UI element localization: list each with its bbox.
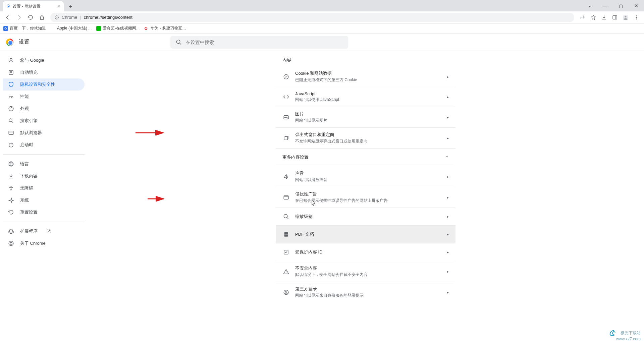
- svg-point-21: [9, 119, 12, 122]
- svg-text:i: i: [56, 16, 57, 19]
- sidebar-item-about[interactable]: 关于 Chrome: [3, 237, 85, 249]
- sidebar-item-you-google[interactable]: 您与 Google: [3, 54, 85, 66]
- back-button[interactable]: [3, 12, 13, 22]
- svg-point-19: [11, 107, 12, 108]
- chevron-right-icon: ▸: [447, 136, 449, 140]
- svg-point-6: [625, 16, 627, 17]
- minimize-button[interactable]: —: [598, 1, 613, 11]
- protected-icon: [282, 249, 290, 255]
- svg-point-30: [11, 186, 12, 187]
- svg-line-11: [179, 43, 181, 45]
- close-window-button[interactable]: ✕: [629, 1, 644, 11]
- sidebar-item-language[interactable]: 语言: [3, 158, 85, 170]
- login-icon: [282, 289, 290, 295]
- sidebar-item-appearance[interactable]: 外观: [3, 103, 85, 115]
- row-cookies[interactable]: Cookie 和网站数据已阻止无痕模式下的第三方 Cookie ▸: [276, 66, 455, 87]
- row-sound[interactable]: 声音网站可以播放声音 ▸: [276, 166, 455, 187]
- row-zoom[interactable]: 缩放级别 ▸: [276, 208, 455, 225]
- sidebar-item-accessibility[interactable]: 无障碍: [3, 182, 85, 194]
- svg-point-34: [285, 75, 286, 76]
- row-insecure[interactable]: 不安全内容默认情况下，安全网站会拦截不安全内容 ▸: [276, 261, 455, 282]
- home-button[interactable]: [37, 12, 47, 22]
- sidebar-item-downloads[interactable]: 下载内容: [3, 170, 85, 182]
- settings-search[interactable]: [170, 36, 348, 49]
- chrome-logo-icon: [6, 39, 13, 46]
- row-more-settings[interactable]: 更多内容设置 ⌃: [276, 149, 455, 166]
- row-protected[interactable]: 受保护内容 ID ▸: [276, 243, 455, 261]
- settings-title: 设置: [19, 39, 30, 46]
- svg-point-8: [636, 17, 637, 18]
- row-thirdparty-login[interactable]: 第三方登录网站可以显示来自身份服务的登录提示 ▸: [276, 282, 455, 302]
- chevron-right-icon: ▸: [447, 174, 449, 179]
- chevron-right-icon: ▸: [447, 74, 449, 79]
- address-bar[interactable]: i Chrome | chrome://settings/content: [50, 13, 574, 22]
- browser-toolbar: i Chrome | chrome://settings/content: [0, 11, 644, 23]
- bookmark-icon[interactable]: [588, 12, 598, 22]
- sound-icon: [282, 174, 290, 180]
- reload-button[interactable]: [25, 12, 36, 22]
- bookmarks-bar: ✿百度一下，你就知道 Apple (中国大陆) ... 爱奇艺-在线视频网...…: [0, 23, 644, 34]
- sidebar-item-reset[interactable]: 重置设置: [3, 206, 85, 218]
- new-tab-button[interactable]: +: [66, 2, 75, 11]
- chevron-down-icon[interactable]: ⌄: [582, 1, 598, 11]
- share-icon[interactable]: [578, 12, 588, 22]
- svg-point-10: [176, 40, 180, 44]
- browser-tab[interactable]: 设置 - 网站设置 ×: [3, 1, 64, 11]
- svg-point-9: [636, 18, 637, 19]
- svg-point-12: [10, 58, 12, 60]
- sidebar-item-privacy[interactable]: 隐私设置和安全性: [3, 78, 85, 91]
- row-ads[interactable]: 侵扰性广告在已知会展示侵扰性或误导性广告的网站上屏蔽广告 ▸: [276, 187, 455, 208]
- sidebar-item-performance[interactable]: 性能: [3, 91, 85, 103]
- window-controls: ⌄ — ▢ ✕: [582, 0, 644, 11]
- watermark: 极光下载站 www.xz7.com: [609, 330, 641, 342]
- sidebar-item-startup[interactable]: 启动时: [3, 139, 85, 151]
- svg-point-7: [636, 15, 637, 16]
- svg-point-49: [285, 291, 287, 292]
- svg-rect-23: [9, 131, 13, 135]
- sidebar-item-search[interactable]: 搜索引擎: [3, 115, 85, 127]
- cookie-icon: [282, 74, 290, 80]
- content-area: 内容 Cookie 和网站数据已阻止无痕模式下的第三方 Cookie ▸ Jav…: [87, 51, 644, 344]
- content-panel: 内容 Cookie 和网站数据已阻止无痕模式下的第三方 Cookie ▸ Jav…: [276, 51, 455, 344]
- svg-point-32: [10, 242, 12, 244]
- svg-line-42: [287, 217, 288, 219]
- svg-point-20: [12, 109, 12, 109]
- close-tab-button[interactable]: ×: [58, 4, 60, 9]
- maximize-button[interactable]: ▢: [613, 1, 629, 11]
- download-icon[interactable]: [599, 12, 609, 22]
- svg-point-36: [285, 77, 286, 78]
- bookmark-baidu[interactable]: ✿百度一下，你就知道: [3, 25, 46, 31]
- chevron-right-icon: ▸: [447, 269, 449, 274]
- chevron-right-icon: ▸: [447, 232, 449, 237]
- bookmark-apple[interactable]: Apple (中国大陆) ...: [51, 25, 92, 31]
- watermark-logo-icon: [609, 330, 620, 337]
- search-icon: [176, 39, 182, 45]
- row-popups[interactable]: 弹出式窗口和重定向不允许网站显示弹出式窗口或使用重定向 ▸: [276, 128, 455, 148]
- url-scheme: Chrome: [62, 15, 77, 20]
- settings-header: 设置: [0, 34, 644, 51]
- chevron-right-icon: ▸: [447, 115, 449, 120]
- profile-icon[interactable]: [621, 12, 631, 22]
- chevron-right-icon: ▸: [447, 214, 449, 219]
- row-javascript[interactable]: JavaScript网站可以使用 JavaScript ▸: [276, 87, 455, 107]
- svg-point-47: [286, 273, 286, 273]
- sidepanel-icon[interactable]: [610, 12, 620, 22]
- svg-point-41: [284, 214, 287, 218]
- sidebar-item-default-browser[interactable]: 默认浏览器: [3, 127, 85, 139]
- bookmark-huawei[interactable]: ✿华为 - 构建万物互...: [144, 25, 186, 31]
- titlebar: 设置 - 网站设置 × + ⌄ — ▢ ✕: [0, 0, 644, 11]
- pdf-icon: PDF: [282, 231, 290, 237]
- row-pdf[interactable]: PDF PDF 文档 ▸: [276, 226, 455, 243]
- menu-icon[interactable]: [631, 12, 641, 22]
- sidebar-item-extensions[interactable]: 扩展程序: [3, 225, 85, 237]
- row-images[interactable]: 图片网站可以显示图片 ▸: [276, 107, 455, 127]
- popup-icon: [282, 135, 290, 141]
- info-icon: i: [54, 15, 59, 20]
- gear-icon: [6, 4, 11, 9]
- forward-button[interactable]: [14, 12, 24, 22]
- bookmark-iqiyi[interactable]: 爱奇艺-在线视频网...: [96, 25, 140, 31]
- settings-search-input[interactable]: [186, 40, 343, 45]
- sidebar-item-autofill[interactable]: 自动填充: [3, 66, 85, 78]
- image-icon: [282, 114, 290, 120]
- sidebar-item-system[interactable]: 系统: [3, 194, 85, 206]
